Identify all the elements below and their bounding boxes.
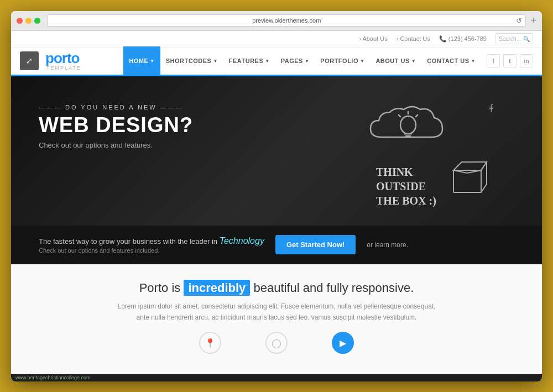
nav-shortcodes[interactable]: SHORTCODES ▼ bbox=[160, 46, 223, 75]
icon-circle-3: ▶ bbox=[332, 332, 354, 354]
info-highlight: incredibly bbox=[184, 280, 250, 296]
status-url: www.heritagechristiancollege.com bbox=[15, 375, 91, 380]
svg-line-5 bbox=[399, 115, 400, 117]
address-bar[interactable]: preview.oklerthemes.com ↺ bbox=[47, 14, 526, 27]
logo-sub: template bbox=[46, 65, 81, 71]
hero-subtitle: DO YOU NEED A NEW bbox=[39, 104, 238, 111]
nav-contact[interactable]: CONTACT US ▼ bbox=[421, 46, 481, 75]
nav-shortcodes-label: SHORTCODES bbox=[166, 58, 212, 64]
website-content: About Us Contact Us 📞 (123) 456-789 Sear… bbox=[11, 31, 542, 381]
facebook-icon[interactable]: f bbox=[487, 54, 500, 67]
nav-pages-arrow: ▼ bbox=[305, 59, 309, 64]
nav-about[interactable]: ABOUT US ▼ bbox=[370, 46, 421, 75]
bottom-icon-3: ▶ bbox=[332, 332, 354, 354]
about-us-link[interactable]: About Us bbox=[359, 35, 387, 42]
site-header: ⤢ porto template HOME ▼ SHORTCODES ▼ FEA… bbox=[11, 48, 542, 76]
contact-us-link[interactable]: Contact Us bbox=[397, 35, 430, 42]
nav-pages-label: PAGES bbox=[281, 58, 303, 64]
logo-area: porto template bbox=[45, 51, 81, 71]
cta-highlight: Technology bbox=[220, 236, 264, 245]
cta-text-block: The fastest way to grow your business wi… bbox=[39, 236, 264, 254]
linkedin-icon[interactable]: in bbox=[520, 54, 533, 67]
nav-shortcodes-arrow: ▼ bbox=[213, 59, 217, 64]
chalk-box-svg bbox=[445, 156, 489, 195]
minimize-dot[interactable] bbox=[25, 18, 32, 24]
nav-features-label: FEATURES bbox=[229, 58, 263, 64]
utility-bar: About Us Contact Us 📞 (123) 456-789 Sear… bbox=[11, 31, 542, 48]
address-text: preview.oklerthemes.com bbox=[252, 17, 321, 24]
maximize-dot[interactable] bbox=[34, 18, 40, 24]
nav-home-label: HOME bbox=[129, 58, 148, 64]
share-button[interactable]: ⤢ bbox=[20, 51, 39, 70]
nav-portfolio[interactable]: PORTFOLIO ▼ bbox=[315, 46, 370, 75]
svg-line-4 bbox=[416, 115, 418, 117]
share-icon: ⤢ bbox=[26, 56, 33, 65]
hero-section: DO YOU NEED A NEW WEB DESIGN? Check out … bbox=[11, 76, 542, 264]
status-bar: www.heritagechristiancollege.com bbox=[11, 374, 542, 381]
info-title-end: beautiful and fully responsive. bbox=[253, 281, 414, 295]
search-box[interactable]: Search... 🔍 bbox=[495, 33, 533, 44]
refresh-icon[interactable]: ↺ bbox=[516, 17, 522, 25]
hero-description: Check out our options and features. bbox=[39, 141, 238, 149]
nav-portfolio-arrow: ▼ bbox=[360, 59, 364, 64]
nav-pages[interactable]: PAGES ▼ bbox=[275, 46, 315, 75]
chalk-spiral: ꞙ bbox=[489, 101, 495, 116]
close-dot[interactable] bbox=[17, 18, 23, 24]
chalk-text: THINKOUTSIDETHE BOX :) bbox=[376, 165, 436, 208]
cta-bar: The fastest way to grow your business wi… bbox=[11, 226, 542, 264]
nav-home[interactable]: HOME ▼ bbox=[123, 46, 160, 75]
info-section: Porto is incredibly beautiful and fully … bbox=[11, 264, 542, 374]
chalk-drawing: THINKOUTSIDETHE BOX :) ꞙ bbox=[343, 98, 498, 209]
logo-text[interactable]: porto bbox=[45, 51, 81, 65]
svg-point-0 bbox=[400, 116, 416, 134]
nav-features-arrow: ▼ bbox=[265, 59, 269, 64]
info-title: Porto is incredibly beautiful and fully … bbox=[33, 281, 520, 295]
hero-content: DO YOU NEED A NEW WEB DESIGN? Check out … bbox=[11, 76, 265, 166]
twitter-icon[interactable]: t bbox=[503, 54, 517, 67]
bottom-icon-2: ◯ bbox=[265, 332, 288, 354]
new-tab-button[interactable]: + bbox=[530, 15, 536, 27]
get-started-button[interactable]: Get Started Now! bbox=[275, 235, 356, 254]
nav-about-label: ABOUT US bbox=[375, 58, 409, 64]
icon-circle-1: 📍 bbox=[199, 332, 221, 354]
browser-dots bbox=[17, 18, 40, 24]
learn-more-link[interactable]: or learn more. bbox=[367, 241, 408, 249]
hero-title: WEB DESIGN? bbox=[39, 114, 238, 137]
nav-about-arrow: ▼ bbox=[411, 59, 416, 64]
nav-contact-label: CONTACT US bbox=[427, 58, 469, 64]
cta-sub-text: Check out our options and features inclu… bbox=[39, 247, 264, 254]
info-description: Lorem ipsum dolor sit amet, consectetur … bbox=[116, 301, 437, 323]
bottom-icon-1: 📍 bbox=[199, 332, 221, 354]
bottom-icons-row: 📍 ◯ ▶ bbox=[33, 332, 520, 356]
main-nav: HOME ▼ SHORTCODES ▼ FEATURES ▼ PAGES ▼ P… bbox=[123, 48, 481, 75]
phone-icon: 📞 bbox=[439, 35, 448, 42]
nav-home-arrow: ▼ bbox=[150, 59, 154, 64]
social-icons: f t in bbox=[487, 54, 533, 67]
search-placeholder: Search... bbox=[499, 36, 521, 42]
browser-window: preview.oklerthemes.com ↺ + About Us Con… bbox=[11, 11, 542, 381]
browser-chrome: preview.oklerthemes.com ↺ + bbox=[11, 11, 542, 31]
info-title-start: Porto is bbox=[139, 281, 181, 295]
nav-features[interactable]: FEATURES ▼ bbox=[223, 46, 275, 75]
cta-main-text: The fastest way to grow your business wi… bbox=[39, 236, 264, 246]
nav-contact-arrow: ▼ bbox=[471, 59, 476, 64]
icon-circle-2: ◯ bbox=[265, 332, 288, 354]
search-icon: 🔍 bbox=[523, 36, 530, 42]
chalk-cloud-svg bbox=[365, 98, 453, 154]
nav-portfolio-label: PORTFOLIO bbox=[320, 58, 358, 64]
phone-number: 📞 (123) 456-789 bbox=[439, 35, 487, 43]
